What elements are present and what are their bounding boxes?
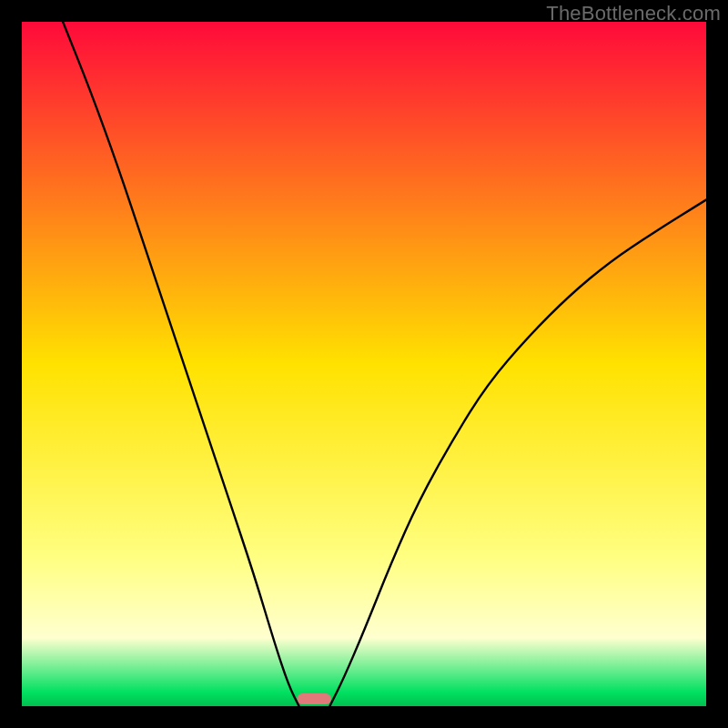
chart-background — [22, 22, 706, 706]
chart-svg — [22, 22, 706, 706]
chart-frame — [22, 22, 706, 706]
watermark-text: TheBottleneck.com — [546, 2, 721, 25]
bottleneck-marker — [297, 693, 331, 704]
svg-rect-0 — [297, 693, 331, 704]
